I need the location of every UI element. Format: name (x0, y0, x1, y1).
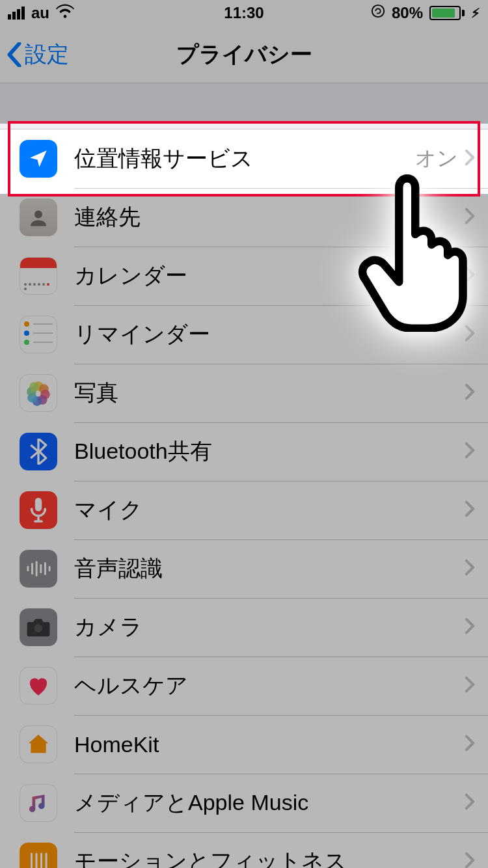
carrier-label: au (31, 4, 49, 22)
row-label: リマインダー (74, 319, 465, 349)
settings-list: 位置情報サービス オン 連絡先 カレンダー (0, 129, 488, 868)
back-label: 設定 (25, 40, 69, 70)
chevron-right-icon (465, 559, 475, 578)
charging-icon: ⚡︎ (471, 5, 480, 21)
row-label: 写真 (74, 378, 465, 408)
chevron-right-icon (465, 149, 475, 169)
row-value: オン (415, 144, 458, 173)
row-contacts[interactable]: 連絡先 (0, 188, 488, 247)
row-label: カレンダー (74, 261, 465, 291)
row-label: マイク (74, 495, 465, 525)
camera-icon (20, 608, 57, 646)
row-media-apple-music[interactable]: メディアとApple Music (0, 774, 488, 832)
row-calendar[interactable]: カレンダー (0, 247, 488, 305)
row-homekit[interactable]: HomeKit (0, 715, 488, 774)
row-label: HomeKit (74, 732, 465, 757)
back-button[interactable]: 設定 (0, 40, 69, 70)
row-label: ヘルスケア (74, 671, 465, 701)
chevron-right-icon (465, 383, 475, 403)
row-health[interactable]: ヘルスケア (0, 657, 488, 715)
contacts-icon (20, 198, 57, 236)
status-left: au (8, 4, 74, 22)
svg-point-0 (372, 5, 384, 17)
nav-bar: 設定 プライバシー (0, 26, 488, 83)
rotation-lock-icon (371, 4, 385, 22)
row-label: モーションとフィットネス (74, 847, 465, 868)
row-speech-recognition[interactable]: 音声認識 (0, 539, 488, 598)
heart-icon (20, 667, 57, 705)
chevron-right-icon (465, 735, 475, 754)
svg-point-17 (34, 624, 43, 632)
waveform-icon (20, 550, 57, 588)
motion-icon (20, 843, 57, 868)
row-label: 音声認識 (74, 554, 465, 584)
status-right: 80% ⚡︎ (371, 4, 480, 22)
chevron-right-icon (465, 617, 475, 637)
chevron-right-icon (465, 325, 475, 344)
music-icon (20, 784, 57, 822)
row-label: カメラ (74, 612, 465, 642)
row-photos[interactable]: 写真 (0, 364, 488, 422)
chevron-right-icon (465, 676, 475, 696)
row-label: Bluetooth共有 (74, 437, 465, 467)
photos-icon (20, 374, 57, 412)
svg-point-9 (29, 382, 39, 392)
wifi-icon (56, 4, 74, 22)
battery-pct: 80% (392, 4, 423, 22)
group-spacer (0, 83, 488, 129)
page-title: プライバシー (176, 40, 312, 70)
row-bluetooth-sharing[interactable]: Bluetooth共有 (0, 422, 488, 481)
chevron-right-icon (465, 266, 475, 286)
home-icon (20, 726, 57, 763)
row-label: 位置情報サービス (74, 144, 415, 174)
row-microphone[interactable]: マイク (0, 481, 488, 539)
cellular-signal-icon (8, 7, 25, 20)
chevron-right-icon (465, 852, 475, 868)
row-camera[interactable]: カメラ (0, 598, 488, 657)
chevron-right-icon (465, 793, 475, 813)
reminders-icon (20, 316, 57, 353)
chevron-right-icon (465, 500, 475, 520)
status-bar: au 11:30 80% ⚡︎ (0, 0, 488, 26)
battery-icon (429, 6, 465, 20)
location-icon (20, 140, 57, 178)
svg-point-1 (34, 211, 42, 219)
row-label: 連絡先 (74, 202, 465, 232)
chevron-left-icon (7, 42, 22, 67)
svg-rect-10 (35, 498, 42, 511)
bluetooth-icon (20, 433, 57, 470)
microphone-icon (20, 491, 57, 529)
calendar-icon (20, 257, 57, 295)
row-label: メディアとApple Music (74, 788, 465, 818)
chevron-right-icon (465, 442, 475, 461)
chevron-right-icon (465, 208, 475, 227)
row-reminders[interactable]: リマインダー (0, 305, 488, 364)
row-motion-fitness[interactable]: モーションとフィットネス (0, 832, 488, 868)
status-time: 11:30 (224, 4, 264, 22)
row-location-services[interactable]: 位置情報サービス オン (0, 129, 488, 188)
